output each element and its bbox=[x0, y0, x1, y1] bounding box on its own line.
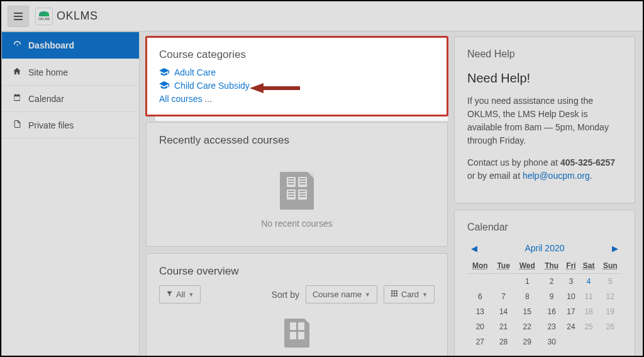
calendar-day-cell bbox=[579, 334, 599, 349]
calendar-month-link[interactable]: April 2020 bbox=[525, 243, 564, 253]
calendar-day-header: Sat bbox=[579, 258, 599, 274]
sidebar-item-label: Private files bbox=[28, 120, 74, 130]
calendar-day-cell[interactable]: 13 bbox=[467, 304, 493, 319]
svg-rect-1 bbox=[394, 290, 396, 292]
logo-block[interactable]: OKLMS OKLMS bbox=[35, 8, 98, 25]
sidebar-item-dashboard[interactable]: Dashboard bbox=[2, 32, 139, 59]
categories-title: Course categories bbox=[159, 48, 435, 61]
calendar-day-cell[interactable]: 28 bbox=[493, 334, 514, 349]
calendar-day-cell[interactable]: 24 bbox=[563, 319, 579, 334]
category-label: Child Care Subsidy bbox=[174, 81, 250, 91]
graduation-cap-icon bbox=[159, 81, 169, 91]
calendar-day-cell[interactable]: 4 bbox=[579, 274, 599, 290]
chevron-down-icon: ▼ bbox=[422, 292, 428, 298]
calendar-day-cell[interactable]: 1 bbox=[514, 274, 540, 290]
calendar-day-cell[interactable]: 27 bbox=[467, 334, 493, 349]
sidebar-item-label: Dashboard bbox=[28, 40, 74, 50]
calendar-day-header: Thu bbox=[540, 258, 563, 274]
calendar-day-cell bbox=[599, 334, 623, 349]
courses-placeholder-icon bbox=[280, 172, 314, 210]
category-adult-care[interactable]: Adult Care bbox=[159, 67, 435, 77]
calendar-day-cell[interactable]: 25 bbox=[579, 319, 599, 334]
calendar-day-cell[interactable]: 29 bbox=[514, 334, 540, 349]
funnel-icon bbox=[166, 290, 173, 299]
course-overview-card: Course overview All ▼ Sort by Course nam… bbox=[146, 253, 448, 356]
calendar-day-cell bbox=[467, 274, 493, 290]
calendar-day-cell[interactable]: 17 bbox=[563, 304, 579, 319]
dashboard-icon bbox=[12, 40, 22, 51]
help-card: Need Help Need Help! If you need assista… bbox=[454, 37, 635, 203]
sidebar-item-label: Calendar bbox=[28, 94, 64, 104]
calendar-day-cell[interactable]: 23 bbox=[540, 319, 563, 334]
calendar-day-cell[interactable]: 5 bbox=[599, 274, 623, 290]
sidebar: Dashboard Site home Calendar Private fil… bbox=[1, 31, 140, 356]
help-heading: Need Help! bbox=[467, 71, 622, 86]
calendar-day-header: Fri bbox=[563, 258, 579, 274]
calendar-day-cell[interactable]: 21 bbox=[493, 319, 514, 334]
category-child-care-subsidy[interactable]: Child Care Subsidy bbox=[159, 81, 435, 91]
overview-title: Course overview bbox=[159, 265, 435, 278]
help-subtitle: Need Help bbox=[467, 48, 622, 60]
svg-rect-5 bbox=[396, 293, 397, 295]
recent-empty-text: No recent courses bbox=[159, 218, 435, 229]
graduation-cap-icon bbox=[159, 67, 169, 77]
calendar-day-cell[interactable]: 22 bbox=[514, 319, 540, 334]
calendar-grid: MonTueWedThuFriSatSun 123456789101112131… bbox=[467, 258, 622, 349]
calendar-day-cell[interactable]: 14 bbox=[493, 304, 514, 319]
hamburger-button[interactable] bbox=[8, 6, 29, 27]
calendar-icon bbox=[12, 93, 22, 104]
brand-text: OKLMS bbox=[57, 9, 98, 23]
calendar-day-cell[interactable]: 3 bbox=[563, 274, 579, 290]
help-phone: 405-325-6257 bbox=[560, 157, 615, 167]
calendar-day-cell[interactable]: 11 bbox=[579, 289, 599, 304]
filter-dropdown[interactable]: All ▼ bbox=[159, 285, 201, 303]
calendar-day-cell[interactable]: 10 bbox=[563, 289, 579, 304]
chevron-down-icon: ▼ bbox=[365, 292, 370, 298]
sidebar-item-private-files[interactable]: Private files bbox=[2, 112, 139, 139]
help-email-link[interactable]: help@oucpm.org bbox=[523, 171, 590, 181]
calendar-day-cell[interactable]: 19 bbox=[599, 304, 623, 319]
calendar-day-cell[interactable]: 6 bbox=[467, 289, 493, 304]
calendar-day-cell[interactable]: 16 bbox=[540, 304, 563, 319]
hamburger-icon bbox=[14, 13, 23, 20]
calendar-day-header: Sun bbox=[599, 258, 623, 274]
sidebar-item-calendar[interactable]: Calendar bbox=[2, 86, 139, 112]
svg-rect-7 bbox=[394, 295, 396, 297]
grid-icon bbox=[391, 290, 398, 299]
calendar-day-cell[interactable]: 9 bbox=[540, 289, 563, 304]
right-column: Need Help Need Help! If you need assista… bbox=[454, 31, 643, 356]
view-dropdown[interactable]: Card ▼ bbox=[384, 285, 435, 303]
calendar-day-cell[interactable]: 2 bbox=[540, 274, 563, 290]
calendar-day-cell[interactable]: 26 bbox=[599, 319, 623, 334]
help-paragraph-1: If you need assistance using the OKLMS, … bbox=[467, 94, 622, 147]
calendar-day-cell[interactable]: 7 bbox=[493, 289, 514, 304]
logo-icon: OKLMS bbox=[35, 8, 53, 25]
category-label: Adult Care bbox=[174, 67, 216, 77]
calendar-title: Calendar bbox=[467, 222, 622, 233]
recent-empty-state: No recent courses bbox=[159, 153, 435, 235]
calendar-next-button[interactable]: ▶ bbox=[608, 244, 622, 253]
file-icon bbox=[12, 120, 22, 130]
course-categories-card: Course categories Adult Care Child Care … bbox=[146, 37, 448, 116]
sort-dropdown[interactable]: Course name ▼ bbox=[306, 285, 377, 303]
svg-rect-0 bbox=[391, 290, 393, 292]
calendar-day-header: Tue bbox=[493, 258, 514, 274]
svg-rect-4 bbox=[394, 293, 396, 295]
calendar-day-cell[interactable]: 20 bbox=[467, 319, 493, 334]
calendar-day-cell[interactable]: 12 bbox=[599, 289, 623, 304]
recent-courses-card: Recently accessed courses No recent cour… bbox=[146, 122, 448, 247]
calendar-day-cell bbox=[563, 334, 579, 349]
calendar-day-cell[interactable]: 15 bbox=[514, 304, 540, 319]
svg-rect-2 bbox=[396, 290, 397, 292]
svg-rect-6 bbox=[391, 295, 393, 297]
all-courses-link[interactable]: All courses ... bbox=[159, 94, 435, 104]
calendar-day-cell[interactable]: 30 bbox=[540, 334, 563, 349]
calendar-card: Calendar ◀ April 2020 ▶ MonTueWedThuFriS… bbox=[454, 210, 635, 356]
sidebar-item-site-home[interactable]: Site home bbox=[2, 59, 139, 86]
svg-rect-8 bbox=[396, 295, 397, 297]
calendar-day-cell[interactable]: 18 bbox=[579, 304, 599, 319]
calendar-day-cell[interactable]: 8 bbox=[514, 289, 540, 304]
calendar-prev-button[interactable]: ◀ bbox=[467, 244, 481, 253]
topbar: OKLMS OKLMS bbox=[1, 1, 643, 31]
calendar-day-header: Wed bbox=[514, 258, 540, 274]
